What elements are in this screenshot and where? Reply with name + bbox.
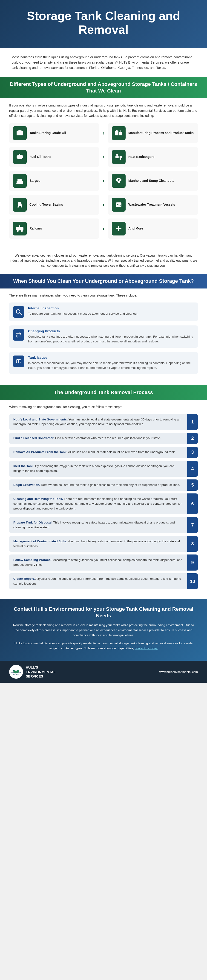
reason-item-inspection: Internal Inspection To prepare your tank… bbox=[9, 302, 198, 321]
step-content-10: Closer Report. A typical report includes… bbox=[9, 573, 187, 589]
footer-url: www.hullsenvironmental.com bbox=[159, 670, 198, 674]
tank-label-heat: Heat Exchangers bbox=[128, 155, 154, 159]
step-item-8: Management of Contaminated Soils. You mu… bbox=[9, 536, 198, 552]
search-icon bbox=[13, 306, 24, 318]
step-item-3: Remove All Products From the Tank. All l… bbox=[9, 447, 198, 458]
tank-label-cooling: Cooling Tower Basins bbox=[29, 202, 63, 207]
step-number-1: 1 bbox=[187, 414, 198, 430]
railcar-icon bbox=[13, 222, 27, 235]
step-title-7: Prepare Tank for Disposal. bbox=[13, 521, 53, 524]
step-title-10: Closer Report. bbox=[13, 577, 35, 581]
hulls-logo: HULL'S ENVIRONMENTAL SERVICES bbox=[9, 665, 23, 679]
svg-rect-24 bbox=[19, 206, 21, 207]
arrow-3: › bbox=[99, 171, 108, 191]
tank-item-heat: Heat Exchangers bbox=[108, 147, 198, 167]
reason-content-issues: Tank Issues In cases of mechanical failu… bbox=[28, 355, 194, 371]
svg-rect-8 bbox=[19, 154, 20, 156]
step-title-4: Inert the Tank. bbox=[13, 464, 34, 468]
tank-types-banner: Different Types of Underground and Above… bbox=[0, 77, 207, 98]
step-content-7: Prepare Tank for Disposal. This involves… bbox=[9, 517, 187, 533]
tank-label-wastewater: Wastewater Treatment Vessels bbox=[128, 202, 175, 207]
step-item-4: Inert the Tank. By displacing the oxygen… bbox=[9, 461, 198, 477]
svg-rect-27 bbox=[16, 227, 24, 231]
svg-text:SERVICES: SERVICES bbox=[13, 674, 19, 675]
svg-rect-18 bbox=[18, 179, 22, 181]
svg-rect-4 bbox=[119, 132, 122, 135]
reason-title-inspection: Internal Inspection bbox=[28, 306, 138, 310]
reason-content-inspection: Internal Inspection To prepare your tank… bbox=[28, 306, 138, 316]
svg-rect-17 bbox=[16, 181, 23, 183]
tank-label-manufacturing: Manufacturing Process and Product Tanks bbox=[128, 131, 194, 135]
step-number-7: 7 bbox=[187, 517, 198, 533]
svg-point-29 bbox=[21, 230, 23, 232]
after-tank-text: We employ advanced technologies in all o… bbox=[9, 253, 198, 268]
svg-rect-2 bbox=[19, 130, 20, 131]
tank-issue-icon bbox=[13, 355, 24, 367]
step-content-8: Management of Contaminated Soils. You mu… bbox=[9, 536, 187, 552]
tank-row-1: Tanks Storing Crude Oil › Manufacturing … bbox=[9, 123, 198, 143]
step-content-9: Follow Sampling Protocol. According to s… bbox=[9, 555, 187, 571]
factory-tank-icon bbox=[112, 126, 125, 140]
tank-label-more: And More bbox=[128, 226, 143, 231]
step-title-1: Notify Local and State Governments. bbox=[13, 418, 67, 421]
step-title-3: Remove All Products From the Tank. bbox=[13, 450, 67, 454]
tank-item-wastewater: Wastewater Treatment Vessels bbox=[108, 195, 198, 215]
svg-point-22 bbox=[117, 179, 120, 181]
tank-item-barges: Barges bbox=[9, 171, 99, 191]
footer-cta: Contact Hull's Environmental for your St… bbox=[0, 599, 207, 661]
fuel-tank-icon bbox=[13, 150, 27, 164]
tank-label-manhole: Manhole and Sump Cleanouts bbox=[128, 178, 174, 183]
when-intro: There are three main instances when you … bbox=[9, 293, 198, 298]
process-banner: The Underground Tank Removal Process bbox=[0, 385, 207, 400]
footer-cta-para2: Hull's Environmental Services can provid… bbox=[11, 641, 196, 651]
step-item-6: Cleaning and Removing the Tank. There ar… bbox=[9, 493, 198, 514]
footer-logo-bar: HULL'S ENVIRONMENTAL SERVICES HULL'SENVI… bbox=[0, 661, 207, 683]
arrow-1: › bbox=[99, 123, 108, 143]
step-number-5: 5 bbox=[187, 479, 198, 491]
step-title-8: Management of Contaminated Soils. bbox=[13, 539, 67, 543]
after-tank-section: We employ advanced technologies in all o… bbox=[0, 249, 207, 274]
footer-logo-left: HULL'S ENVIRONMENTAL SERVICES HULL'SENVI… bbox=[9, 665, 56, 679]
header-section: Storage Tank Cleaning and Removal bbox=[0, 0, 207, 48]
step-content-2: Find a Licensed Contractor. Find a certi… bbox=[9, 433, 187, 444]
tank-types-section: If your operations involve storing vario… bbox=[0, 98, 207, 249]
arrow-2: › bbox=[99, 147, 108, 167]
footer-cta-para1: Routine storage tank cleaning and remova… bbox=[11, 623, 196, 638]
step-number-4: 4 bbox=[187, 461, 198, 477]
step-content-6: Cleaning and Removing the Tank. There ar… bbox=[9, 493, 187, 514]
tank-item-crude-oil: Tanks Storing Crude Oil bbox=[9, 123, 99, 143]
step-content-1: Notify Local and State Governments. You … bbox=[9, 414, 187, 430]
tank-label-barges: Barges bbox=[29, 178, 40, 183]
tank-item-cooling: Cooling Tower Basins bbox=[9, 195, 99, 215]
tank-item-fuel: Fuel Oil Tanks bbox=[9, 147, 99, 167]
exchange-icon bbox=[13, 329, 24, 340]
tank-row-2: Fuel Oil Tanks › Heat Exchangers bbox=[9, 147, 198, 167]
svg-rect-3 bbox=[115, 131, 119, 135]
footer-cta-title: Contact Hull's Environmental for your St… bbox=[11, 606, 196, 619]
svg-point-28 bbox=[17, 230, 19, 232]
when-section: There are three main instances when you … bbox=[0, 288, 207, 385]
tank-item-manhole: Manhole and Sump Cleanouts bbox=[108, 171, 198, 191]
step-title-9: Follow Sampling Protocol. bbox=[13, 558, 53, 562]
step-item-2: Find a Licensed Contractor. Find a certi… bbox=[9, 433, 198, 444]
arrow-4: › bbox=[99, 195, 108, 215]
plus-icon bbox=[112, 222, 125, 235]
step-item-5: Begin Excavation. Remove the soil around… bbox=[9, 479, 198, 491]
when-banner: When Should You Clean Your Underground o… bbox=[0, 274, 207, 289]
step-item-1: Notify Local and State Governments. You … bbox=[9, 414, 198, 430]
svg-rect-5 bbox=[116, 130, 117, 131]
tank-label-fuel: Fuel Oil Tanks bbox=[29, 155, 51, 159]
step-content-4: Inert the Tank. By displacing the oxygen… bbox=[9, 461, 187, 477]
reason-item-changing: Changing Products Complete tank cleaning… bbox=[9, 325, 198, 348]
tank-row-4: Cooling Tower Basins › Wastewater Treatm… bbox=[9, 195, 198, 215]
intro-section: Most industries store their liquids usin… bbox=[0, 48, 207, 77]
oil-tank-icon bbox=[13, 126, 27, 140]
svg-rect-16 bbox=[120, 158, 121, 160]
contact-us-link[interactable]: contact us today. bbox=[135, 646, 158, 650]
manhole-icon bbox=[112, 174, 125, 188]
step-title-5: Begin Excavation. bbox=[13, 483, 40, 487]
wastewater-icon bbox=[112, 198, 125, 212]
step-number-3: 3 bbox=[187, 447, 198, 458]
arrow-5: › bbox=[99, 218, 108, 239]
tank-item-manufacturing: Manufacturing Process and Product Tanks bbox=[108, 123, 198, 143]
